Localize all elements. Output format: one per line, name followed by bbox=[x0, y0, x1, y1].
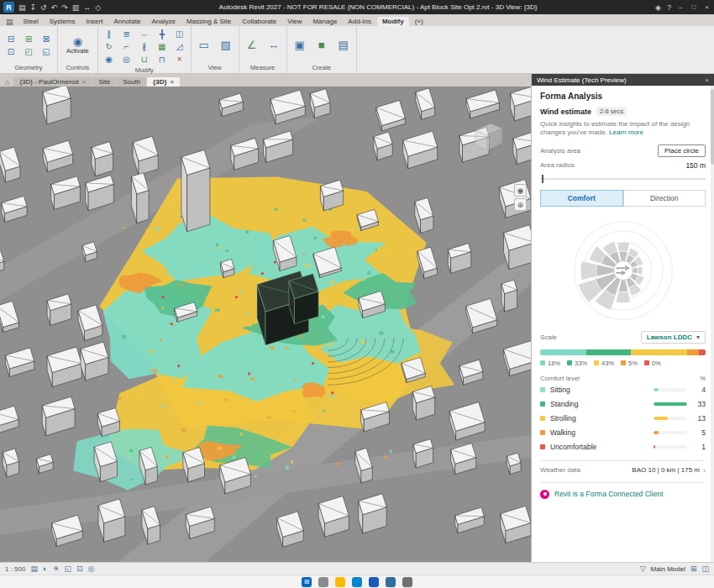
learn-more-link[interactable]: Learn more bbox=[609, 129, 643, 136]
measure-icon[interactable]: ∠ bbox=[243, 37, 261, 54]
pin-icon[interactable]: ◉ bbox=[102, 53, 117, 65]
revit-logo-icon[interactable]: R bbox=[3, 2, 14, 13]
taskbar-explorer-icon[interactable] bbox=[335, 577, 345, 587]
unjoin-icon[interactable]: ⊓ bbox=[155, 53, 170, 65]
ribbon-tab-collaborate[interactable]: Collaborate bbox=[237, 17, 281, 26]
account-icon[interactable]: ◈ bbox=[655, 3, 661, 12]
scale-icon[interactable]: ◿ bbox=[172, 40, 187, 52]
worksharing-icon[interactable]: ◫ bbox=[701, 564, 709, 573]
ribbon-tab-analyze[interactable]: Analyze bbox=[146, 17, 180, 26]
scale-segment bbox=[631, 349, 687, 355]
viewport-3d[interactable]: ◉ ⊕ bbox=[0, 87, 531, 562]
tab-direction[interactable]: Direction bbox=[623, 190, 706, 207]
dimension-icon[interactable]: ↔ bbox=[265, 37, 283, 54]
filter-icon[interactable]: ▽ bbox=[640, 564, 646, 573]
ribbon-tab-view[interactable]: View bbox=[282, 17, 307, 26]
create-group-icon[interactable]: ▣ bbox=[291, 37, 309, 54]
slider-handle[interactable] bbox=[542, 175, 543, 183]
unpin-icon[interactable]: ◎ bbox=[119, 53, 134, 65]
file-menu-icon[interactable]: ▤ bbox=[2, 18, 18, 26]
array-icon[interactable]: ▦ bbox=[155, 40, 170, 52]
zoom-icon[interactable]: ⊕ bbox=[514, 198, 527, 211]
sun-path-icon[interactable]: ☀ bbox=[52, 564, 59, 573]
ribbon-tab-massing-site[interactable]: Massing & Site bbox=[181, 17, 236, 26]
ribbon-tab-steel[interactable]: Steel bbox=[18, 17, 44, 26]
close-icon[interactable]: × bbox=[82, 78, 87, 86]
city-canvas[interactable] bbox=[0, 87, 531, 562]
cope-icon[interactable]: ⊡ bbox=[3, 45, 18, 57]
delete-icon[interactable]: × bbox=[172, 53, 187, 65]
copy-icon[interactable]: ◫ bbox=[172, 28, 187, 39]
detail-level-icon[interactable]: ▤ bbox=[30, 564, 38, 573]
weather-data-row[interactable]: Weather data BAO 10 | 0 km | 175 m › bbox=[540, 466, 706, 475]
view-tab-south[interactable]: South bbox=[117, 77, 146, 87]
crop-view-icon[interactable]: ⊡ bbox=[76, 564, 83, 573]
place-circle-button[interactable]: Place circle bbox=[658, 144, 706, 157]
taskbar-revit-icon[interactable] bbox=[386, 577, 396, 587]
ribbon-tab-plus[interactable]: (+) bbox=[410, 17, 428, 26]
activate-dimensions-button[interactable]: ◉ Activate bbox=[61, 34, 94, 55]
align-icon[interactable]: ∥ bbox=[102, 28, 117, 39]
offset-icon[interactable]: ≣ bbox=[119, 28, 134, 39]
home-icon[interactable]: ⌂ bbox=[2, 78, 13, 87]
steering-wheel-icon[interactable]: ◉ bbox=[514, 184, 527, 197]
ribbon-tab-annotate[interactable]: Annotate bbox=[108, 17, 145, 26]
create-similar-icon[interactable]: ■ bbox=[312, 37, 331, 54]
taskbar-search-button[interactable] bbox=[318, 577, 328, 587]
mirror-icon[interactable]: ⇔ bbox=[137, 28, 152, 39]
forma-connected-link[interactable]: Revit is a Forma Connected Client bbox=[540, 490, 706, 499]
panel-scrollbar[interactable] bbox=[711, 86, 714, 562]
visual-style-icon[interactable]: ◐ bbox=[43, 564, 47, 573]
undo-icon[interactable]: ↶ bbox=[51, 3, 58, 12]
panel-header[interactable]: Wind Estimate (Tech Preview) × bbox=[532, 74, 714, 86]
split-icon[interactable]: ∦ bbox=[137, 40, 152, 52]
taskbar-edge-icon[interactable] bbox=[352, 577, 362, 587]
help-icon[interactable]: ? bbox=[667, 3, 671, 12]
save-icon[interactable]: ↧ bbox=[30, 3, 37, 12]
taskbar-settings-icon[interactable] bbox=[402, 577, 412, 587]
wall-joins-icon[interactable]: ◰ bbox=[21, 45, 36, 57]
sync-icon[interactable]: ↺ bbox=[40, 3, 47, 12]
taskbar-start-button[interactable]: ⊞ bbox=[302, 577, 312, 587]
rotate-icon[interactable]: ↻ bbox=[102, 40, 117, 52]
join-geometry-icon[interactable]: ⊞ bbox=[21, 33, 36, 45]
override-graphics-icon[interactable]: ▨ bbox=[217, 37, 235, 54]
view-scale-control[interactable]: 1 : 500 bbox=[5, 565, 25, 573]
reveal-hidden-icon[interactable]: ◎ bbox=[88, 564, 95, 573]
view-cube[interactable] bbox=[467, 117, 507, 157]
ribbon-tab-manage[interactable]: Manage bbox=[307, 17, 342, 26]
trim-icon[interactable]: ⌐ bbox=[119, 40, 134, 52]
move-icon[interactable]: ╋ bbox=[155, 28, 170, 39]
maximize-button[interactable]: □ bbox=[690, 3, 697, 11]
ribbon-group-geometry: ⊟ ⊞ ⊠ ⊡ ◰ ◱ Geometry bbox=[0, 26, 58, 73]
join-icon[interactable]: ⊔ bbox=[137, 53, 152, 65]
main-model-label[interactable]: Main Model bbox=[651, 565, 685, 573]
ribbon-tab-modify[interactable]: Modify bbox=[377, 17, 409, 26]
cut-geometry-icon[interactable]: ⊟ bbox=[3, 33, 18, 45]
hide-element-icon[interactable]: ▭ bbox=[195, 37, 213, 54]
close-button[interactable]: × bbox=[703, 3, 711, 11]
panel-close-icon[interactable]: × bbox=[705, 76, 709, 84]
ribbon-tab-systems[interactable]: Systems bbox=[45, 17, 81, 26]
view-tab-3d[interactable]: {3D} × bbox=[147, 77, 180, 87]
print-icon[interactable]: ▥ bbox=[72, 3, 80, 12]
tab-comfort[interactable]: Comfort bbox=[540, 190, 623, 207]
view-tab-site[interactable]: Site bbox=[92, 77, 116, 87]
scale-dropdown[interactable]: Lawson LDDC ▾ bbox=[641, 331, 706, 344]
tag-icon[interactable]: ◇ bbox=[95, 3, 101, 12]
open-icon[interactable]: ▤ bbox=[18, 3, 26, 12]
shadows-icon[interactable]: ◱ bbox=[65, 564, 72, 573]
redo-icon[interactable]: ↷ bbox=[61, 3, 68, 12]
view-tab-3d-paul[interactable]: {3D} - PaulOrmerod × bbox=[13, 77, 92, 87]
area-radius-slider[interactable] bbox=[540, 178, 706, 180]
demolish-icon[interactable]: ◱ bbox=[39, 45, 54, 57]
close-icon[interactable]: × bbox=[171, 78, 175, 86]
ribbon-tab-add-ins[interactable]: Add-Ins bbox=[343, 17, 376, 26]
measure-qat-icon[interactable]: ↔ bbox=[83, 3, 91, 12]
minimize-button[interactable]: – bbox=[677, 3, 684, 11]
ribbon-tab-insert[interactable]: Insert bbox=[81, 17, 108, 26]
select-toggle-icon[interactable]: ⊞ bbox=[690, 564, 697, 573]
taskbar-office-icon[interactable] bbox=[369, 577, 379, 587]
paint-icon[interactable]: ⊠ bbox=[39, 33, 54, 45]
create-assembly-icon[interactable]: ▤ bbox=[334, 37, 353, 54]
